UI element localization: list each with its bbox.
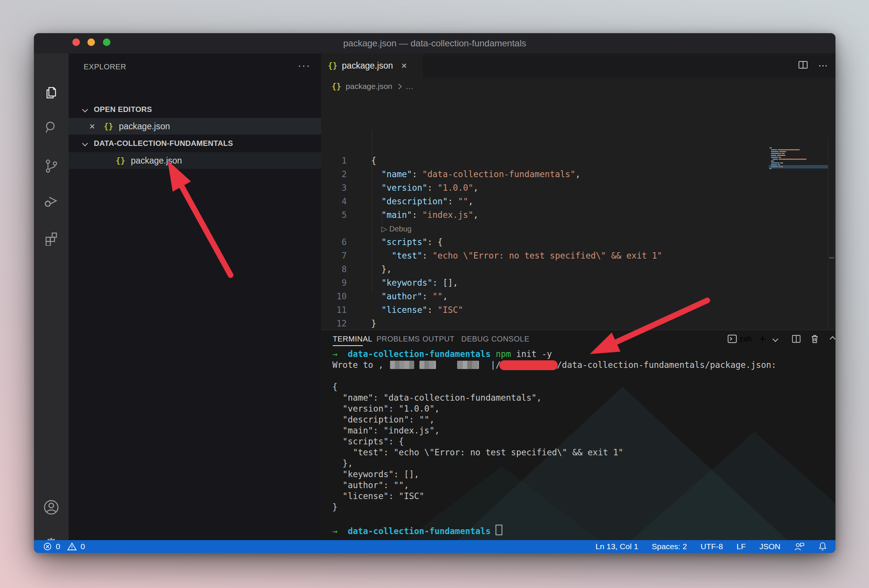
terminal-line: → data-collection-fundamentals npm init …: [332, 349, 830, 360]
terminal-line: "scripts": {: [332, 436, 830, 447]
warnings-count[interactable]: 0: [81, 542, 85, 551]
status-encoding[interactable]: UTF-8: [701, 542, 723, 551]
close-icon[interactable]: ×: [401, 60, 407, 72]
terminal-line: {: [332, 381, 830, 392]
tree-item-package-json[interactable]: {} package.json: [69, 152, 321, 169]
json-file-icon: {}: [328, 61, 337, 70]
codelens-debug[interactable]: ▷ Debug: [381, 225, 412, 233]
shell-label[interactable]: zsh: [739, 333, 752, 345]
terminal-line: → data-collection-fundamentals: [332, 524, 830, 534]
explorer-more-icon[interactable]: ···: [298, 60, 311, 72]
close-icon[interactable]: ×: [89, 121, 95, 132]
line-number: 10: [321, 289, 347, 303]
terminal-dropdown-icon[interactable]: [773, 333, 777, 345]
minimap[interactable]: [769, 147, 828, 173]
chevron-down-icon: [82, 140, 88, 146]
terminal-line: "keywords": [],: [332, 469, 830, 480]
code-line[interactable]: 11 "license": "ISC": [321, 303, 835, 317]
errors-count[interactable]: 0: [56, 542, 60, 551]
tab-problems[interactable]: PROBLEMS: [376, 330, 420, 348]
terminal-line: Wrote to ,|/IPlayground/data-collection-…: [332, 360, 830, 371]
terminal-cursor: [496, 525, 502, 535]
code-line[interactable]: 9 "keywords": [],: [321, 276, 835, 289]
line-number: 8: [321, 262, 347, 276]
title-bar: package.json — data-collection-fundament…: [34, 33, 835, 54]
status-eol[interactable]: LF: [736, 542, 746, 551]
tab-debug-console[interactable]: DEBUG CONSOLE: [461, 330, 529, 348]
json-file-icon: {}: [116, 156, 125, 165]
activity-bar: ⚙ 1: [34, 54, 69, 540]
terminal-icon: [727, 333, 737, 345]
status-indentation[interactable]: Spaces: 2: [652, 542, 687, 551]
code-line[interactable]: 12}: [321, 317, 835, 330]
tab-strip: {} package.json × ⋯: [321, 54, 835, 78]
code-line[interactable]: 5 "main": "index.js",: [321, 208, 835, 222]
folder-section-header[interactable]: DATA-COLLECTION-FUNDAMENTALS: [69, 135, 321, 152]
section-label: DATA-COLLECTION-FUNDAMENTALS: [94, 139, 233, 148]
code-editor[interactable]: 1{2 "name": "data-collection-fundamental…: [321, 95, 835, 330]
file-label: package.json: [131, 156, 182, 166]
terminal-line: },: [332, 458, 830, 469]
split-terminal-icon[interactable]: [791, 333, 801, 345]
json-file-icon: {}: [104, 122, 113, 131]
code-line[interactable]: 8 },: [321, 262, 835, 276]
chevron-right-icon: [396, 83, 402, 89]
minimap-current-line: [769, 165, 828, 168]
breadcrumb-file[interactable]: package.json: [346, 82, 392, 91]
breadcrumb[interactable]: {} package.json …: [332, 78, 413, 95]
terminal-line: "test": "echo \"Error: no test specified…: [332, 447, 830, 458]
redacted-block: [457, 361, 479, 369]
code-line[interactable]: 7 "test": "echo \"Error: no test specifi…: [321, 249, 835, 262]
scrollbar-handle[interactable]: [829, 257, 834, 259]
terminal-line: "name": "data-collection-fundamentals",: [332, 392, 830, 403]
terminal-line: "license": "ISC": [332, 491, 830, 502]
accounts-icon[interactable]: [43, 499, 60, 516]
line-number: 4: [321, 194, 347, 208]
warnings-icon[interactable]: [67, 542, 77, 551]
code-line[interactable]: 3 "version": "1.0.0",: [321, 181, 835, 194]
editor-group: {} package.json × ⋯ {} package.json … 1{…: [321, 54, 835, 330]
line-number: 11: [321, 303, 347, 317]
split-editor-icon[interactable]: [798, 60, 808, 72]
sidebar-title: EXPLORER: [84, 63, 126, 71]
code-line[interactable]: 10 "author": "",: [321, 289, 835, 303]
more-actions-icon[interactable]: ⋯: [818, 60, 828, 72]
line-number: 9: [321, 276, 347, 289]
code-line[interactable]: 1{: [321, 154, 835, 167]
terminal-line: [332, 513, 830, 524]
code-line[interactable]: 2 "name": "data-collection-fundamentals"…: [321, 167, 835, 181]
panel: TERMINAL PROBLEMS OUTPUT DEBUG CONSOLE z…: [321, 330, 835, 541]
kill-terminal-icon[interactable]: [810, 333, 819, 345]
terminal-line: "description": "",: [332, 414, 830, 425]
maximize-panel-icon[interactable]: [831, 333, 835, 345]
extensions-icon[interactable]: [43, 230, 60, 247]
tab-output[interactable]: OUTPUT: [422, 330, 454, 348]
code-line[interactable]: 4 "description": "",: [321, 194, 835, 208]
terminal-content[interactable]: → data-collection-fundamentals npm init …: [332, 349, 830, 534]
explorer-sidebar: EXPLORER ··· OPEN EDITORS × {} package.j…: [69, 54, 321, 540]
tab-package-json[interactable]: {} package.json ×: [321, 54, 423, 78]
redacted-block: [390, 361, 414, 369]
notifications-bell-icon[interactable]: [818, 542, 827, 551]
code-line[interactable]: 6 "scripts": {: [321, 235, 835, 249]
status-cursor-position[interactable]: Ln 13, Col 1: [595, 542, 638, 551]
line-number: 5: [321, 208, 347, 222]
feedback-person-icon[interactable]: [794, 542, 805, 551]
run-debug-icon[interactable]: [43, 193, 60, 210]
explorer-icon[interactable]: [43, 84, 60, 101]
open-editor-item-package-json[interactable]: × {} package.json: [69, 118, 321, 135]
search-icon[interactable]: [43, 119, 60, 136]
source-control-icon[interactable]: [43, 158, 60, 174]
errors-icon[interactable]: [43, 542, 52, 551]
json-file-icon: {}: [332, 82, 341, 91]
terminal-line: [332, 371, 830, 381]
section-label: OPEN EDITORS: [94, 105, 152, 114]
open-editors-header[interactable]: OPEN EDITORS: [69, 101, 321, 118]
line-number: 7: [321, 249, 347, 262]
breadcrumb-more[interactable]: …: [405, 82, 413, 91]
active-tab-underline: [333, 345, 363, 346]
code-line[interactable]: ▷ Debug: [321, 222, 835, 235]
new-terminal-icon[interactable]: +: [759, 333, 766, 345]
status-language-mode[interactable]: JSON: [759, 542, 780, 551]
tab-label: package.json: [342, 61, 393, 71]
